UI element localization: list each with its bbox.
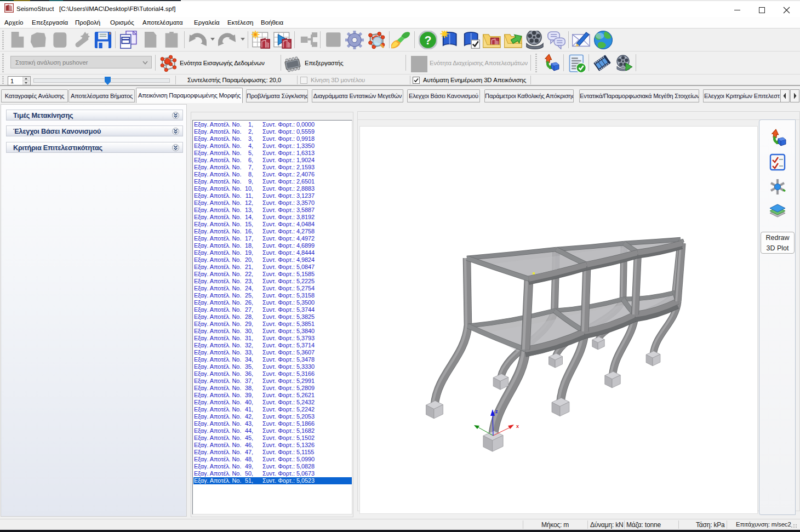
svg-text:x: x xyxy=(516,424,519,429)
svg-text:z: z xyxy=(495,409,498,414)
svg-text:?: ? xyxy=(424,34,431,47)
